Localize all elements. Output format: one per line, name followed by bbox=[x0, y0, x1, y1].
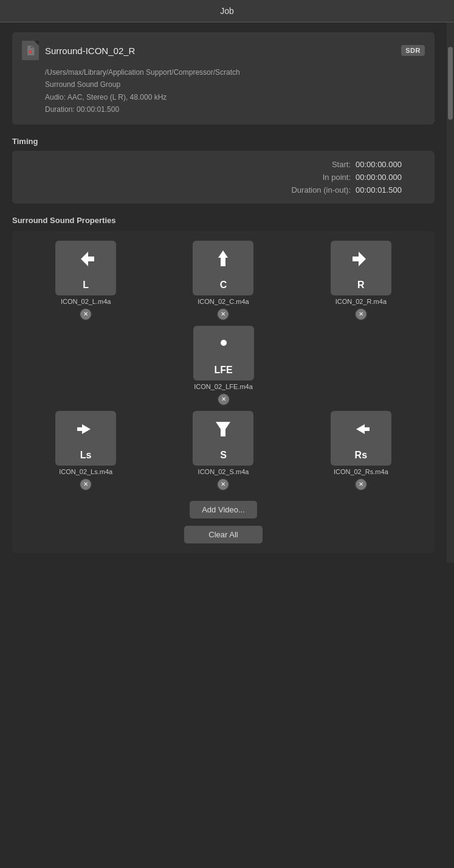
surround-heading: Surround Sound Properties bbox=[12, 216, 435, 225]
file-card: Surround-ICON_02_R SDR /Users/max/Librar… bbox=[12, 32, 435, 125]
channel-Rs: Rs ICON_02_Rs.m4a bbox=[297, 411, 425, 491]
svg-marker-8 bbox=[356, 424, 370, 434]
channel-LFE-filename: ICON_02_LFE.m4a bbox=[194, 383, 253, 390]
timing-panel: Start: 00:00:00.000 In point: 00:00:00.0… bbox=[12, 151, 435, 204]
channel-S-filename: ICON_02_S.m4a bbox=[198, 468, 249, 475]
channel-L: L ICON_02_L.m4a bbox=[22, 241, 150, 321]
channel-R-filename: ICON_02_R.m4a bbox=[335, 298, 387, 305]
file-group: Surround Sound Group bbox=[45, 78, 425, 91]
channel-L-filename: ICON_02_L.m4a bbox=[61, 298, 111, 305]
svg-marker-6 bbox=[77, 424, 91, 434]
channel-Rs-remove[interactable] bbox=[354, 478, 368, 491]
channel-LFE-icon bbox=[214, 333, 233, 355]
title-bar: Job bbox=[0, 0, 454, 22]
svg-marker-2 bbox=[81, 252, 94, 266]
file-path: /Users/max/Library/Application Support/C… bbox=[45, 66, 425, 78]
channel-LFE: LFE ICON_02_LFE.m4a bbox=[193, 326, 254, 406]
svg-point-5 bbox=[221, 340, 227, 346]
title-label: Job bbox=[220, 6, 234, 16]
channel-L-icon bbox=[75, 248, 97, 272]
timing-heading: Timing bbox=[12, 137, 435, 146]
channel-S-remove[interactable] bbox=[216, 478, 230, 491]
file-audio: Audio: AAC, Stereo (L R), 48.000 kHz bbox=[45, 91, 425, 103]
surround-panel: L ICON_02_L.m4a C bbox=[12, 231, 435, 553]
channel-Rs-icon bbox=[350, 418, 372, 443]
timing-row-start: Start: 00:00:00.000 bbox=[24, 158, 422, 171]
svg-point-1 bbox=[30, 51, 31, 52]
clear-all-button[interactable]: Clear All bbox=[184, 526, 262, 543]
file-name: Surround-ICON_02_R bbox=[45, 46, 135, 56]
channel-Ls: Ls ICON_02_Ls.m4a bbox=[22, 411, 150, 491]
channel-Ls-filename: ICON_02_Ls.m4a bbox=[59, 468, 112, 475]
channel-LFE-remove[interactable] bbox=[217, 393, 230, 406]
channel-S: S ICON_02_S.m4a bbox=[159, 411, 287, 491]
svg-marker-3 bbox=[218, 250, 228, 266]
add-video-button[interactable]: Add Video... bbox=[190, 501, 257, 518]
timing-row-inpoint: In point: 00:00:00.000 bbox=[24, 171, 422, 184]
channel-Ls-remove[interactable] bbox=[79, 478, 92, 491]
svg-marker-4 bbox=[353, 252, 366, 266]
channel-R-remove[interactable] bbox=[354, 308, 368, 321]
file-icon bbox=[22, 41, 39, 60]
channel-L-remove[interactable] bbox=[79, 308, 92, 321]
channel-C-filename: ICON_02_C.m4a bbox=[198, 298, 249, 305]
channel-Rs-filename: ICON_02_Rs.m4a bbox=[334, 468, 388, 475]
timing-row-duration: Duration (in-out): 00:00:01.500 bbox=[24, 184, 422, 196]
sdr-badge: SDR bbox=[401, 45, 425, 56]
channel-S-icon bbox=[213, 418, 233, 443]
channel-C: C ICON_02_C.m4a bbox=[159, 241, 287, 321]
channel-Ls-icon bbox=[75, 418, 97, 443]
channel-C-icon bbox=[213, 248, 233, 272]
channel-C-remove[interactable] bbox=[216, 308, 230, 321]
channel-R-icon bbox=[350, 248, 372, 272]
file-duration: Duration: 00:00:01.500 bbox=[45, 103, 425, 115]
scrollbar-track[interactable] bbox=[447, 22, 454, 563]
scrollbar-thumb[interactable] bbox=[448, 47, 453, 120]
svg-marker-7 bbox=[216, 422, 230, 436]
channel-R: R ICON_02_R.m4a bbox=[297, 241, 425, 321]
